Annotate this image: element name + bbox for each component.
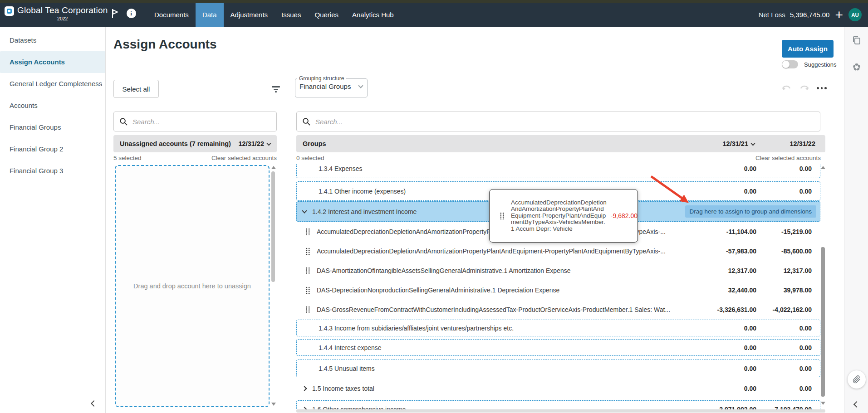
row-value-col2: 7,103,470.00 bbox=[756, 406, 820, 409]
row-label: 1.4.4 Interest expense bbox=[319, 344, 382, 351]
row-label: 1.4.2 Interest and investment Income bbox=[312, 208, 417, 215]
rail-collapse-chevron-icon[interactable] bbox=[844, 402, 868, 407]
info-icon[interactable]: i bbox=[125, 0, 137, 27]
groups-scroll-up-icon[interactable] bbox=[821, 166, 825, 169]
groups-col1-date[interactable]: 12/31/21 bbox=[723, 140, 748, 147]
row-value-col1: -3,326,631.00 bbox=[697, 306, 756, 313]
drag-handle-icon[interactable] bbox=[305, 228, 310, 235]
drag-handle-icon[interactable] bbox=[305, 287, 310, 294]
sidebar-item-general-ledger-completeness[interactable]: General Ledger Completeness bbox=[0, 73, 105, 95]
group-row[interactable]: 1.3.4 Expenses0.000.00 bbox=[296, 164, 820, 178]
right-rail bbox=[844, 27, 868, 413]
unassigned-search[interactable] bbox=[113, 112, 277, 131]
chevron-right-icon[interactable] bbox=[302, 386, 307, 391]
group-row[interactable]: 1.4.3 Income from subidiaries/affliates/… bbox=[296, 320, 820, 336]
row-value-col1: -57,983.00 bbox=[697, 248, 756, 255]
unassigned-search-input[interactable] bbox=[132, 118, 271, 126]
group-row[interactable]: 1.4.4 Interest expense0.000.00 bbox=[296, 339, 820, 356]
groups-col2-date: 12/31/22 bbox=[755, 140, 815, 147]
grouping-structure-value: Financial Groups bbox=[299, 83, 351, 90]
attachment-button[interactable] bbox=[844, 370, 868, 389]
account-row[interactable]: AccumulatedDepreciationDepletionAndAmort… bbox=[296, 241, 820, 261]
search-icon bbox=[302, 117, 311, 126]
groups-horizontal-scrollbar[interactable] bbox=[296, 409, 825, 413]
avatar[interactable]: AU bbox=[848, 8, 862, 21]
add-icon[interactable]: + bbox=[835, 9, 843, 21]
account-row[interactable]: DAS-AmortizationOfIntangibleAssetsSellin… bbox=[296, 261, 820, 280]
dragged-account-label: AccumulatedDepreciationDepletionAndAmort… bbox=[511, 199, 607, 233]
unassign-dropzone[interactable]: Drag and drop account here to unassign bbox=[115, 165, 270, 407]
unassigned-selected-count: 5 selected bbox=[113, 155, 142, 161]
nav-item-adjustments[interactable]: Adjustments bbox=[224, 3, 275, 27]
left-scrollbar-thumb[interactable] bbox=[271, 171, 275, 282]
flag-icon[interactable] bbox=[109, 0, 121, 27]
topbar-right: Net Loss 5,396,745.00 + AU bbox=[759, 3, 862, 27]
copy-pages-icon[interactable] bbox=[844, 35, 868, 45]
row-label: 1.6 Other comprehensive income bbox=[312, 406, 406, 409]
dragged-account-card[interactable]: AccumulatedDepreciationDepletionAndAmort… bbox=[489, 189, 638, 243]
account-row[interactable]: DAS-GrossRevenueFromContractWithCustomer… bbox=[296, 300, 820, 319]
groups-scrollbar-thumb[interactable] bbox=[821, 247, 825, 397]
redo-icon[interactable] bbox=[799, 84, 809, 93]
row-value-col2: 0.00 bbox=[756, 385, 820, 392]
row-value-col1: 12,317.00 bbox=[697, 267, 756, 274]
row-value-col2: 12,317.00 bbox=[756, 267, 820, 274]
chevron-down-icon bbox=[358, 83, 363, 88]
sidebar-item-financial-group-3[interactable]: Financial Group 3 bbox=[0, 160, 105, 182]
sidebar-item-financial-groups[interactable]: Financial Groups bbox=[0, 117, 105, 138]
chevron-down-icon[interactable] bbox=[302, 208, 307, 213]
left-scroll-up-icon[interactable] bbox=[271, 166, 276, 169]
drag-handle-icon[interactable] bbox=[305, 267, 310, 274]
suggestions-toggle[interactable] bbox=[782, 60, 798, 68]
nav-item-issues[interactable]: Issues bbox=[275, 3, 308, 27]
group-row[interactable]: 1.4.5 Unusual items0.000.00 bbox=[296, 360, 820, 377]
company-name: Global Tea Corporation bbox=[17, 5, 108, 15]
row-value-col2: 0.00 bbox=[756, 365, 820, 372]
grouping-structure-select[interactable]: Grouping structure Financial Groups bbox=[295, 75, 368, 97]
group-row[interactable]: 1.5 Income taxes total0.000.00 bbox=[296, 379, 820, 398]
filter-icon[interactable] bbox=[271, 86, 280, 94]
paperclip-icon[interactable] bbox=[848, 370, 866, 389]
row-value-col2: 0.00 bbox=[756, 188, 820, 195]
top-nav: DocumentsDataAdjustmentsIssuesQueriesAna… bbox=[147, 3, 401, 27]
row-label: 1.5 Income taxes total bbox=[312, 385, 374, 392]
cluster-flower-icon[interactable] bbox=[844, 62, 868, 72]
group-row[interactable]: 1.6 Other comprehensive income2,971,902.… bbox=[296, 400, 820, 409]
sidebar-item-financial-group-2[interactable]: Financial Group 2 bbox=[0, 138, 105, 160]
groups-search[interactable] bbox=[296, 112, 820, 131]
sidebar-collapse-chevron-icon[interactable] bbox=[92, 399, 101, 408]
fiscal-year: 2022 bbox=[57, 16, 68, 21]
row-value-col2: 0.00 bbox=[756, 344, 820, 351]
left-scroll-down-icon[interactable] bbox=[271, 403, 276, 406]
more-options-icon[interactable] bbox=[817, 87, 827, 89]
groups-scroll-down-icon[interactable] bbox=[821, 402, 825, 405]
unassigned-header[interactable]: Unassigned accounts (7 remaining) 12/31/… bbox=[113, 135, 277, 152]
sidebar-item-accounts[interactable]: Accounts bbox=[0, 95, 105, 117]
sidebar-item-assign-accounts[interactable]: Assign Accounts bbox=[0, 51, 105, 73]
nav-item-data[interactable]: Data bbox=[196, 3, 224, 27]
row-value-col2: -4,022,162.00 bbox=[756, 306, 820, 313]
select-all-button[interactable]: Select all bbox=[113, 80, 159, 98]
logo-icon bbox=[5, 6, 14, 16]
nav-item-queries[interactable]: Queries bbox=[308, 3, 345, 27]
row-value-col1: 0.00 bbox=[697, 385, 756, 392]
row-value-col1: -11,104.00 bbox=[697, 228, 756, 235]
nav-item-documents[interactable]: Documents bbox=[147, 3, 196, 27]
account-row[interactable]: DAS-DepreciationNonproductionSellingGene… bbox=[296, 280, 820, 300]
undo-icon[interactable] bbox=[781, 84, 791, 93]
nav-item-analytics-hub[interactable]: Analytics Hub bbox=[345, 3, 401, 27]
groups-search-input[interactable] bbox=[315, 118, 814, 126]
unassigned-clear-selected[interactable]: Clear selected accounts bbox=[211, 155, 277, 161]
row-value-col1: 0.00 bbox=[697, 325, 756, 332]
unassign-dropzone-text: Drag and drop account here to unassign bbox=[133, 282, 251, 290]
auto-assign-button[interactable]: Auto Assign bbox=[782, 40, 834, 58]
unassigned-header-date[interactable]: 12/31/22 bbox=[239, 140, 264, 147]
drag-handle-icon[interactable] bbox=[500, 212, 505, 219]
drag-handle-icon[interactable] bbox=[305, 248, 310, 255]
drag-handle-icon[interactable] bbox=[305, 306, 310, 313]
groups-header: Groups 12/31/21 12/31/22 bbox=[296, 135, 825, 152]
sidebar-item-datasets[interactable]: Datasets bbox=[0, 29, 105, 51]
groups-clear-selected[interactable]: Clear selected accounts bbox=[755, 155, 821, 161]
drop-hint-pill[interactable]: Drag here to assign to group and dimensi… bbox=[685, 205, 816, 218]
groups-header-title: Groups bbox=[303, 140, 326, 147]
